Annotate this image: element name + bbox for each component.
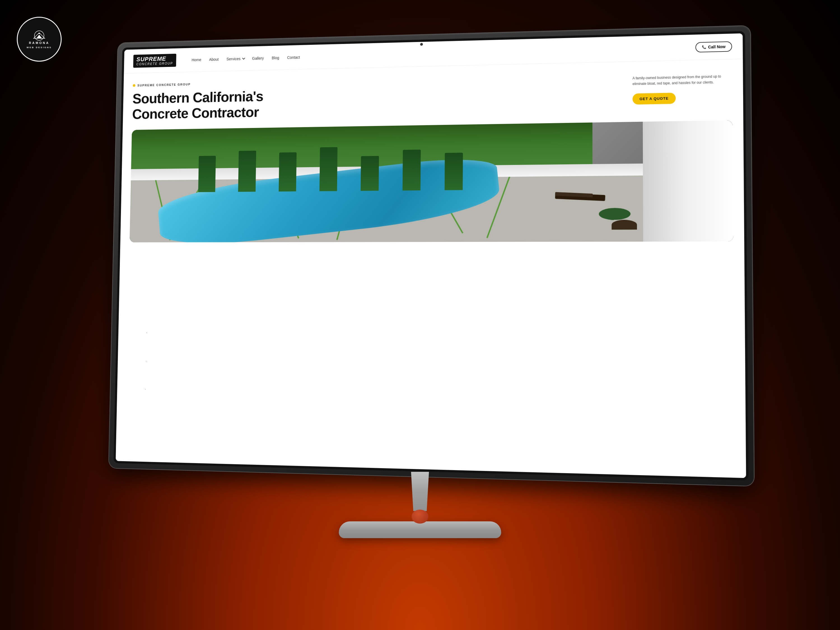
monitor-stand-ball xyxy=(412,510,428,524)
badge-bottom-text: WEB DESIGNS xyxy=(27,46,52,49)
nav-link-services[interactable]: Services xyxy=(227,56,245,61)
hero-title: Southern California's Concrete Contracto… xyxy=(132,81,621,122)
nav-link-home[interactable]: Home xyxy=(191,57,201,62)
nav-logo: SUPREME Concrete Group xyxy=(133,54,177,68)
hero-tag-text: SUPREME CONCRETE GROUP xyxy=(137,83,191,87)
pool-scene xyxy=(129,120,734,242)
hero-description: A family-owned business designed from th… xyxy=(633,74,733,87)
logo-box: SUPREME Concrete Group xyxy=(133,54,177,68)
nav-link-gallery[interactable]: Gallery xyxy=(252,56,264,60)
monitor-screen-container: SUPREME Concrete Group Home About Servic… xyxy=(109,26,754,486)
website-content: SUPREME Concrete Group Home About Servic… xyxy=(116,33,746,478)
mountain-icon xyxy=(31,30,47,41)
nav-link-blog[interactable]: Blog xyxy=(272,55,279,60)
hero-image xyxy=(129,120,734,242)
chevron-down-icon xyxy=(242,57,245,60)
monitor-inner-bezel: SUPREME Concrete Group Home About Servic… xyxy=(114,31,749,480)
monitor-outer-bezel: SUPREME Concrete Group Home About Servic… xyxy=(109,26,754,486)
monitor-stand-base xyxy=(339,521,501,538)
nav-link-contact[interactable]: Contact xyxy=(287,55,300,60)
nav-link-about[interactable]: About xyxy=(209,57,219,62)
hero-left: SUPREME CONCRETE GROUP Southern Californ… xyxy=(132,73,621,122)
call-now-button[interactable]: 📞 Call Now xyxy=(695,41,732,52)
hero-right: A family-owned business designed from th… xyxy=(633,71,733,104)
hero-image-container xyxy=(120,120,744,251)
ramona-badge: RAMONA WEB DESIGNS xyxy=(17,17,62,62)
hero-title-line1: Southern California's xyxy=(133,88,264,107)
hero-tag-dot xyxy=(133,84,135,87)
nav-services-label: Services xyxy=(227,57,240,61)
hero-title-line2: Concrete Contractor xyxy=(132,104,259,122)
phone-icon: 📞 xyxy=(702,45,706,49)
get-quote-button[interactable]: GET A QUOTE xyxy=(633,93,676,104)
badge-top-text: RAMONA xyxy=(29,41,50,44)
svg-marker-2 xyxy=(36,35,42,38)
svg-marker-3 xyxy=(38,33,41,34)
monitor-stand-neck xyxy=(398,472,442,511)
call-now-label: Call Now xyxy=(708,44,726,49)
monitor-screen: SUPREME Concrete Group Home About Servic… xyxy=(116,33,746,478)
logo-line2: Concrete Group xyxy=(136,62,173,66)
nav-links: Home About Services Gallery Blog Contact xyxy=(191,45,695,62)
monitor-wrapper: SUPREME Concrete Group Home About Servic… xyxy=(56,21,784,609)
